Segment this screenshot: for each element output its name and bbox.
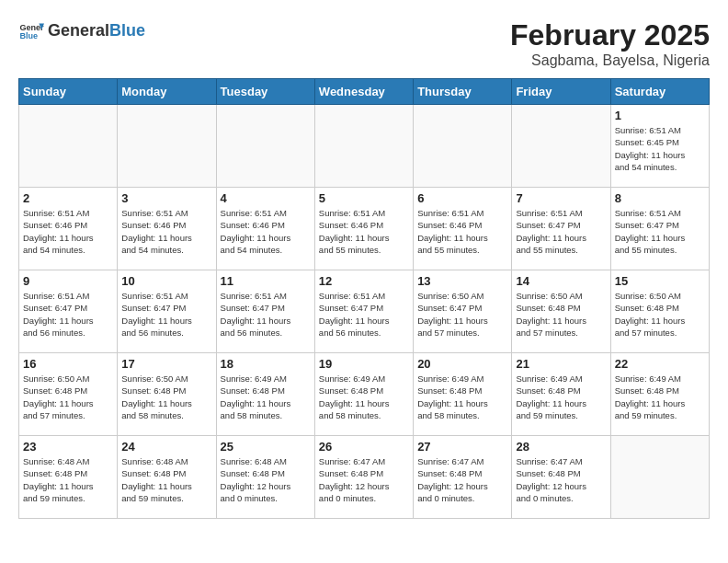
calendar-day-cell: 4Sunrise: 6:51 AM Sunset: 6:46 PM Daylig…: [216, 188, 314, 270]
calendar-day-cell: 8Sunrise: 6:51 AM Sunset: 6:47 PM Daylig…: [610, 188, 709, 270]
calendar-day-cell: 16Sunrise: 6:50 AM Sunset: 6:48 PM Dayli…: [19, 353, 118, 436]
calendar-subtitle: Sagbama, Bayelsa, Nigeria: [510, 52, 710, 69]
day-info: Sunrise: 6:48 AM Sunset: 6:48 PM Dayligh…: [23, 455, 113, 504]
calendar-day-cell: 22Sunrise: 6:49 AM Sunset: 6:48 PM Dayli…: [610, 353, 709, 436]
day-number: 2: [23, 191, 113, 205]
logo-general-text: General: [48, 21, 109, 40]
calendar-day-cell: [414, 105, 512, 188]
day-number: 10: [121, 274, 211, 288]
title-section: February 2025 Sagbama, Bayelsa, Nigeria: [510, 18, 710, 69]
day-info: Sunrise: 6:49 AM Sunset: 6:48 PM Dayligh…: [615, 373, 705, 421]
calendar-week-1: 1Sunrise: 6:51 AM Sunset: 6:45 PM Daylig…: [19, 105, 710, 188]
calendar-header-friday: Friday: [512, 79, 610, 105]
calendar-week-3: 9Sunrise: 6:51 AM Sunset: 6:47 PM Daylig…: [19, 270, 710, 353]
calendar-day-cell: 13Sunrise: 6:50 AM Sunset: 6:47 PM Dayli…: [414, 270, 512, 353]
calendar-day-cell: [512, 105, 610, 188]
calendar-header-saturday: Saturday: [610, 79, 709, 105]
calendar-day-cell: 14Sunrise: 6:50 AM Sunset: 6:48 PM Dayli…: [512, 270, 610, 353]
calendar-day-cell: 15Sunrise: 6:50 AM Sunset: 6:48 PM Dayli…: [610, 270, 709, 353]
day-info: Sunrise: 6:51 AM Sunset: 6:47 PM Dayligh…: [516, 207, 606, 256]
day-number: 25: [221, 440, 311, 454]
day-info: Sunrise: 6:50 AM Sunset: 6:47 PM Dayligh…: [417, 290, 507, 339]
logo: General Blue GeneralBlue: [18, 18, 145, 44]
calendar-table: SundayMondayTuesdayWednesdayThursdayFrid…: [18, 78, 710, 519]
day-number: 26: [319, 440, 409, 454]
day-info: Sunrise: 6:51 AM Sunset: 6:46 PM Dayligh…: [23, 207, 113, 256]
calendar-day-cell: 6Sunrise: 6:51 AM Sunset: 6:46 PM Daylig…: [414, 188, 512, 270]
day-number: 1: [615, 109, 705, 122]
calendar-header-wednesday: Wednesday: [314, 79, 413, 105]
day-number: 16: [23, 357, 113, 371]
day-info: Sunrise: 6:47 AM Sunset: 6:48 PM Dayligh…: [319, 455, 409, 504]
calendar-day-cell: 27Sunrise: 6:47 AM Sunset: 6:48 PM Dayli…: [414, 436, 512, 519]
calendar-day-cell: 7Sunrise: 6:51 AM Sunset: 6:47 PM Daylig…: [512, 188, 610, 270]
calendar-day-cell: 10Sunrise: 6:51 AM Sunset: 6:47 PM Dayli…: [118, 270, 216, 353]
day-number: 18: [221, 357, 311, 371]
page-header: General Blue GeneralBlue February 2025 S…: [18, 18, 710, 69]
calendar-day-cell: 17Sunrise: 6:50 AM Sunset: 6:48 PM Dayli…: [118, 353, 216, 436]
day-number: 9: [23, 274, 113, 288]
svg-text:Blue: Blue: [19, 31, 38, 40]
day-info: Sunrise: 6:50 AM Sunset: 6:48 PM Dayligh…: [23, 373, 113, 421]
day-number: 3: [121, 191, 211, 205]
day-info: Sunrise: 6:51 AM Sunset: 6:47 PM Dayligh…: [319, 290, 409, 339]
day-info: Sunrise: 6:51 AM Sunset: 6:46 PM Dayligh…: [221, 207, 311, 256]
calendar-header-tuesday: Tuesday: [216, 79, 314, 105]
calendar-day-cell: [118, 105, 216, 188]
day-info: Sunrise: 6:51 AM Sunset: 6:46 PM Dayligh…: [417, 207, 507, 256]
day-info: Sunrise: 6:51 AM Sunset: 6:46 PM Dayligh…: [319, 207, 409, 256]
day-info: Sunrise: 6:51 AM Sunset: 6:47 PM Dayligh…: [121, 290, 211, 339]
day-number: 22: [615, 357, 705, 371]
calendar-day-cell: 26Sunrise: 6:47 AM Sunset: 6:48 PM Dayli…: [314, 436, 413, 519]
day-info: Sunrise: 6:51 AM Sunset: 6:47 PM Dayligh…: [23, 290, 113, 339]
day-info: Sunrise: 6:51 AM Sunset: 6:46 PM Dayligh…: [121, 207, 211, 256]
calendar-day-cell: 28Sunrise: 6:47 AM Sunset: 6:48 PM Dayli…: [512, 436, 610, 519]
calendar-day-cell: [216, 105, 314, 188]
day-number: 8: [615, 191, 705, 205]
calendar-header-monday: Monday: [118, 79, 216, 105]
day-info: Sunrise: 6:49 AM Sunset: 6:48 PM Dayligh…: [221, 373, 311, 421]
day-number: 4: [221, 191, 311, 205]
calendar-day-cell: 1Sunrise: 6:51 AM Sunset: 6:45 PM Daylig…: [610, 105, 709, 188]
day-number: 17: [121, 357, 211, 371]
calendar-week-2: 2Sunrise: 6:51 AM Sunset: 6:46 PM Daylig…: [19, 188, 710, 270]
calendar-day-cell: 21Sunrise: 6:49 AM Sunset: 6:48 PM Dayli…: [512, 353, 610, 436]
day-info: Sunrise: 6:49 AM Sunset: 6:48 PM Dayligh…: [417, 373, 507, 421]
calendar-day-cell: 3Sunrise: 6:51 AM Sunset: 6:46 PM Daylig…: [118, 188, 216, 270]
calendar-day-cell: [314, 105, 413, 188]
day-number: 13: [417, 274, 507, 288]
calendar-day-cell: 11Sunrise: 6:51 AM Sunset: 6:47 PM Dayli…: [216, 270, 314, 353]
calendar-day-cell: 18Sunrise: 6:49 AM Sunset: 6:48 PM Dayli…: [216, 353, 314, 436]
calendar-day-cell: [19, 105, 118, 188]
calendar-day-cell: 12Sunrise: 6:51 AM Sunset: 6:47 PM Dayli…: [314, 270, 413, 353]
calendar-week-4: 16Sunrise: 6:50 AM Sunset: 6:48 PM Dayli…: [19, 353, 710, 436]
day-info: Sunrise: 6:50 AM Sunset: 6:48 PM Dayligh…: [516, 290, 606, 339]
day-number: 27: [417, 440, 507, 454]
day-number: 11: [221, 274, 311, 288]
day-info: Sunrise: 6:47 AM Sunset: 6:48 PM Dayligh…: [516, 455, 606, 504]
day-number: 7: [516, 191, 606, 205]
day-number: 23: [23, 440, 113, 454]
day-info: Sunrise: 6:51 AM Sunset: 6:47 PM Dayligh…: [615, 207, 705, 256]
day-number: 15: [615, 274, 705, 288]
day-number: 6: [417, 191, 507, 205]
day-number: 28: [516, 440, 606, 454]
day-info: Sunrise: 6:51 AM Sunset: 6:45 PM Dayligh…: [615, 124, 705, 173]
calendar-day-cell: 25Sunrise: 6:48 AM Sunset: 6:48 PM Dayli…: [216, 436, 314, 519]
day-info: Sunrise: 6:48 AM Sunset: 6:48 PM Dayligh…: [121, 455, 211, 504]
logo-icon: General Blue: [18, 18, 44, 44]
calendar-day-cell: 19Sunrise: 6:49 AM Sunset: 6:48 PM Dayli…: [314, 353, 413, 436]
day-info: Sunrise: 6:51 AM Sunset: 6:47 PM Dayligh…: [221, 290, 311, 339]
day-number: 12: [319, 274, 409, 288]
day-number: 14: [516, 274, 606, 288]
calendar-header-sunday: Sunday: [19, 79, 118, 105]
calendar-title: February 2025: [510, 18, 710, 52]
calendar-day-cell: 5Sunrise: 6:51 AM Sunset: 6:46 PM Daylig…: [314, 188, 413, 270]
calendar-header-row: SundayMondayTuesdayWednesdayThursdayFrid…: [19, 79, 710, 105]
calendar-header-thursday: Thursday: [414, 79, 512, 105]
day-number: 5: [319, 191, 409, 205]
calendar-day-cell: 20Sunrise: 6:49 AM Sunset: 6:48 PM Dayli…: [414, 353, 512, 436]
calendar-day-cell: 9Sunrise: 6:51 AM Sunset: 6:47 PM Daylig…: [19, 270, 118, 353]
day-info: Sunrise: 6:49 AM Sunset: 6:48 PM Dayligh…: [516, 373, 606, 421]
day-number: 19: [319, 357, 409, 371]
